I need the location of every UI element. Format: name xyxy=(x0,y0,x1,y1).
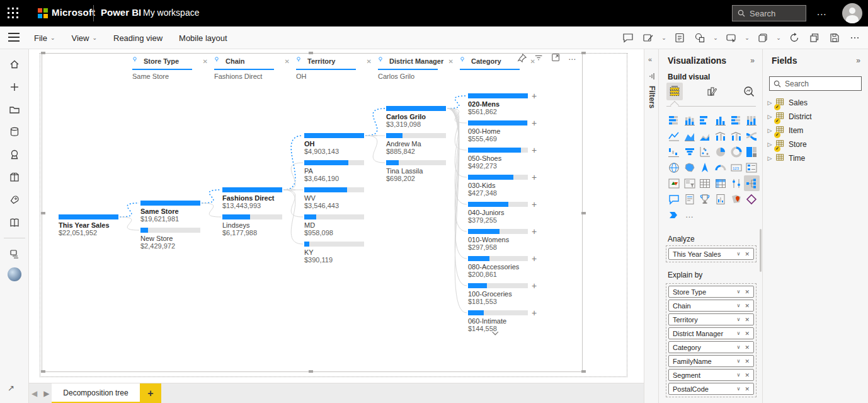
apps-icon[interactable] xyxy=(7,170,22,185)
tree-node-carlos-grilo[interactable]: Carlos Grilo$3,319,098 xyxy=(386,106,462,128)
expand-node-icon[interactable]: + xyxy=(532,308,537,318)
expand-node-icon[interactable]: + xyxy=(532,254,537,264)
chevron-down-icon[interactable]: ⌄ xyxy=(712,35,719,41)
tree-node-030-kids[interactable]: +030-Kids$427,348 xyxy=(468,175,544,197)
visual-type-clustered-column-chart[interactable] xyxy=(713,112,729,128)
visual-type-clustered-bar-chart[interactable] xyxy=(697,112,713,128)
next-page-icon[interactable]: ▶ xyxy=(43,389,49,398)
field-pill-district-manager[interactable]: District Manager∨✕ xyxy=(668,327,754,339)
refresh-icon[interactable] xyxy=(786,30,802,46)
visual-type-gauge[interactable] xyxy=(713,160,729,175)
visual-type-slicer[interactable] xyxy=(682,175,698,191)
expand-rail-icon[interactable]: ↗ xyxy=(8,383,14,393)
visual-type-100-stacked-bar-chart[interactable] xyxy=(728,112,744,128)
fields-table-store[interactable]: ▷✓Store xyxy=(767,137,864,151)
tree-node-new-store[interactable]: New Store$2,429,972 xyxy=(140,228,216,250)
node-bar[interactable]: + xyxy=(468,256,528,261)
remove-field-icon[interactable]: ✕ xyxy=(745,372,750,378)
visual-type-stacked-area-chart[interactable] xyxy=(697,128,713,144)
expand-chevron-icon[interactable]: ▷ xyxy=(767,141,773,148)
chevron-down-icon[interactable]: ⌄ xyxy=(775,35,782,41)
visual-type-scatter-chart[interactable] xyxy=(697,144,713,160)
chevron-down-icon[interactable]: ⌄ xyxy=(660,35,668,41)
fields-table-district[interactable]: ▷✓District xyxy=(767,110,864,124)
visual-type-line-and-clustered-column-chart[interactable] xyxy=(728,128,744,144)
fields-table-time[interactable]: ▷Time xyxy=(767,151,864,165)
browse-icon[interactable] xyxy=(7,102,22,117)
nav-hamburger-icon[interactable] xyxy=(8,33,20,42)
node-bar[interactable] xyxy=(304,214,364,219)
build-visual-tab[interactable] xyxy=(666,83,683,100)
node-bar[interactable] xyxy=(304,187,364,192)
show-more-chevron-icon[interactable] xyxy=(491,330,501,341)
remove-field-icon[interactable]: ✕ xyxy=(745,330,750,337)
node-bar[interactable] xyxy=(304,133,364,138)
tree-node-090-home[interactable]: +090-Home$555,469 xyxy=(468,120,544,143)
tree-node-050-shoes[interactable]: +050-Shoes$492,273 xyxy=(468,148,544,170)
tree-node-andrew-ma[interactable]: Andrew Ma$885,842 xyxy=(386,133,462,155)
remove-field-icon[interactable]: ✕ xyxy=(745,303,750,309)
expand-node-icon[interactable]: + xyxy=(532,118,537,128)
node-bar[interactable] xyxy=(59,214,118,219)
buttons-icon[interactable] xyxy=(755,30,771,46)
tree-node-fashions-direct[interactable]: Fashions Direct$13,443,993 xyxy=(222,187,298,209)
menu-item-file[interactable]: File⌄ xyxy=(34,33,55,43)
visual-type-card[interactable]: 123 xyxy=(728,160,744,175)
menu-item-mobile-layout[interactable]: Mobile layout xyxy=(179,33,227,43)
field-pill-this-year-sales[interactable]: This Year Sales∨✕ xyxy=(668,248,754,260)
deployment-icon[interactable] xyxy=(7,192,22,207)
menu-item-view[interactable]: View⌄ xyxy=(72,33,98,43)
visual-type-stacked-bar-chart[interactable] xyxy=(666,112,682,128)
more-options-icon[interactable] xyxy=(847,30,863,46)
expand-node-icon[interactable]: + xyxy=(532,281,537,291)
tree-node-pa[interactable]: PA$3,646,190 xyxy=(304,160,380,182)
expand-filters-icon[interactable]: « xyxy=(648,55,652,63)
tree-node-tina-lassila[interactable]: Tina Lassila$698,202 xyxy=(386,160,462,182)
tree-node-lindseys[interactable]: Lindseys$6,177,988 xyxy=(222,214,298,237)
metrics-icon[interactable] xyxy=(7,147,22,162)
chevron-down-icon[interactable]: ∨ xyxy=(737,358,741,364)
tree-node-040-juniors[interactable]: +040-Juniors$379,255 xyxy=(468,202,544,224)
microsoft-logo[interactable] xyxy=(38,8,48,18)
node-bar[interactable] xyxy=(304,160,364,165)
visual-type-table[interactable] xyxy=(697,175,713,191)
tree-node-md[interactable]: MD$958,098 xyxy=(304,214,380,237)
visual-type-treemap[interactable] xyxy=(744,144,760,160)
visual-type-paginated-report[interactable] xyxy=(713,191,729,207)
node-bar[interactable]: + xyxy=(468,283,528,288)
field-pill-familyname[interactable]: FamilyName∨✕ xyxy=(668,355,754,367)
visual-type-kpi[interactable] xyxy=(666,175,682,191)
remove-field-icon[interactable]: ✕ xyxy=(745,386,750,392)
chevron-down-icon[interactable]: ∨ xyxy=(737,372,741,378)
collapse-visualizations-icon[interactable]: » xyxy=(750,56,755,65)
workspaces-icon[interactable] xyxy=(7,247,22,262)
search-box[interactable]: Search xyxy=(732,5,806,21)
visual-type-qa-visual[interactable] xyxy=(666,191,682,207)
waffle-icon[interactable] xyxy=(8,8,19,19)
visual-callout-icon[interactable] xyxy=(723,30,740,46)
chevron-down-icon[interactable]: ∨ xyxy=(737,330,741,336)
field-pill-segment[interactable]: Segment∨✕ xyxy=(668,369,754,381)
expand-node-icon[interactable]: + xyxy=(532,199,537,209)
node-bar[interactable] xyxy=(304,242,364,247)
workspace-name[interactable]: My workspace xyxy=(143,8,199,18)
home-icon[interactable] xyxy=(7,57,22,72)
chevron-down-icon[interactable]: ∨ xyxy=(737,344,741,350)
learn-icon[interactable] xyxy=(7,215,22,230)
visual-type-funnel-chart[interactable] xyxy=(682,144,698,160)
node-bar[interactable] xyxy=(386,106,446,111)
expand-node-icon[interactable]: + xyxy=(532,145,537,155)
collapse-fields-icon[interactable]: » xyxy=(856,56,860,65)
text-box-icon[interactable] xyxy=(640,30,656,46)
tree-node-080-accessories[interactable]: +080-Accessories$200,861 xyxy=(468,256,544,278)
expand-node-icon[interactable]: + xyxy=(532,226,537,237)
node-bar[interactable]: + xyxy=(468,229,528,234)
visual-type-power-automate[interactable] xyxy=(666,207,682,223)
node-bar[interactable]: + xyxy=(468,310,528,315)
fields-table-item[interactable]: ▷✓Item xyxy=(767,124,864,137)
page-tab-decomposition-tree[interactable]: Decomposition tree xyxy=(52,383,140,403)
tree-node-100-groceries[interactable]: +100-Groceries$181,553 xyxy=(468,283,544,305)
menu-item-reading-view[interactable]: Reading view xyxy=(113,33,163,43)
tree-node-010-womens[interactable]: +010-Womens$297,958 xyxy=(468,229,544,251)
visual-type-donut-chart[interactable] xyxy=(728,144,744,160)
